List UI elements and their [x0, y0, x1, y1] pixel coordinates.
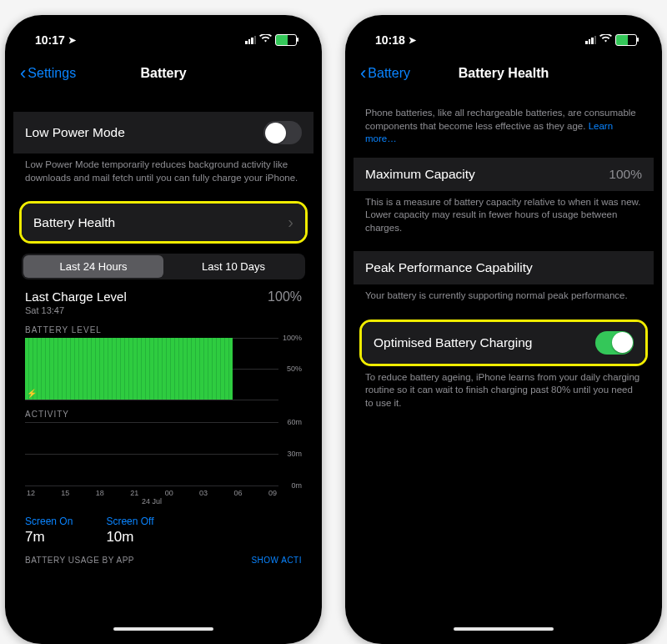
bolt-icon: ⚡ — [27, 389, 37, 398]
optimised-charging-row: Optimised Battery Charging — [362, 322, 645, 364]
activity-header: ACTIVITY — [13, 400, 313, 422]
activity-chart: 60m 30m 0m — [25, 422, 302, 506]
battery-usage-label: BATTERY USAGE BY APP — [25, 556, 134, 565]
screen-time-stats: Screen On 7m Screen Off 10m — [13, 506, 313, 547]
optimised-charging-toggle[interactable] — [595, 331, 634, 355]
low-power-mode-row: Low Power Mode — [13, 112, 313, 153]
back-label: Battery — [368, 66, 410, 81]
back-button[interactable]: ‹ Settings — [20, 64, 76, 83]
battery-usage-header: BATTERY USAGE BY APP SHOW ACTI — [13, 547, 313, 565]
home-indicator[interactable] — [113, 627, 213, 631]
segment-24h[interactable]: Last 24 Hours — [23, 255, 163, 278]
maximum-capacity-value: 100% — [609, 167, 642, 182]
phone-battery: 10:17 ➤ ‹ Settings Battery — [5, 15, 322, 644]
last-charge-pct: 100% — [268, 289, 302, 304]
intro-text: Phone batteries, like all rechargeable b… — [354, 95, 654, 151]
location-icon: ➤ — [409, 35, 416, 46]
status-time: 10:18 — [375, 33, 405, 47]
cellular-icon — [245, 36, 256, 44]
battery-icon — [275, 34, 297, 46]
maximum-capacity-row: Maximum Capacity 100% — [354, 158, 654, 191]
low-power-mode-toggle[interactable] — [263, 121, 302, 144]
segment-10d[interactable]: Last 10 Days — [163, 255, 303, 278]
battery-level-bars — [25, 338, 233, 400]
battery-health-highlight: Battery Health › — [19, 201, 308, 244]
screen-on-value: 7m — [25, 529, 73, 546]
ylabel-0m: 0m — [291, 481, 302, 490]
battery-level-header: BATTERY LEVEL — [13, 315, 313, 338]
optimised-charging-footer: To reduce battery ageing, iPhone learns … — [354, 366, 654, 410]
low-power-mode-footer: Low Power Mode temporarily reduces backg… — [13, 153, 313, 184]
ylabel-50: 50% — [287, 365, 302, 373]
show-activity-link[interactable]: SHOW ACTI — [251, 556, 302, 565]
chevron-left-icon: ‹ — [360, 64, 366, 83]
peak-performance-row: Peak Performance Capability — [354, 251, 654, 284]
location-icon: ➤ — [68, 35, 76, 46]
wifi-icon — [259, 34, 272, 46]
notch — [441, 23, 566, 43]
time-range-segmented: Last 24 Hours Last 10 Days — [22, 254, 305, 279]
nav-bar: ‹ Battery Battery Health — [354, 57, 654, 90]
ylabel-60m: 60m — [287, 418, 302, 426]
home-indicator[interactable] — [454, 627, 554, 631]
status-time: 10:17 — [35, 33, 65, 47]
activity-bars — [25, 422, 278, 486]
battery-level-chart: 100% 50% ⚡ — [25, 338, 302, 400]
last-charge-label: Last Charge Level — [25, 289, 127, 304]
last-charge-time: Sat 13:47 — [25, 305, 127, 315]
screen-off-value: 10m — [106, 529, 153, 546]
wifi-icon — [599, 34, 612, 46]
peak-performance-footer: Your battery is currently supporting nor… — [354, 284, 654, 303]
screen-on-label: Screen On — [25, 516, 73, 527]
page-title: Battery Health — [459, 66, 549, 81]
back-label: Settings — [28, 66, 76, 81]
ylabel-100: 100% — [283, 334, 302, 342]
battery-health-row[interactable]: Battery Health › — [22, 204, 305, 241]
notch — [101, 23, 226, 43]
page-title: Battery — [140, 66, 186, 81]
chevron-left-icon: ‹ — [20, 64, 26, 83]
phone-battery-health: 10:18 ➤ ‹ Battery Battery Health — [345, 15, 662, 644]
back-button[interactable]: ‹ Battery — [360, 64, 410, 83]
xaxis-date: 24 Jul — [25, 497, 278, 506]
peak-performance-label: Peak Performance Capability — [365, 260, 533, 275]
optimised-charging-label: Optimised Battery Charging — [374, 335, 532, 350]
last-charge-row: Last Charge Level Sat 13:47 100% — [13, 283, 313, 315]
maximum-capacity-footer: This is a measure of battery capacity re… — [354, 191, 654, 235]
chevron-right-icon: › — [288, 213, 293, 232]
battery-health-label: Battery Health — [33, 215, 115, 230]
battery-icon — [615, 34, 637, 46]
nav-bar: ‹ Settings Battery — [13, 57, 313, 90]
screen-off-label: Screen Off — [106, 516, 153, 527]
optimised-charging-highlight: Optimised Battery Charging — [359, 319, 648, 366]
maximum-capacity-label: Maximum Capacity — [365, 167, 475, 182]
low-power-mode-label: Low Power Mode — [25, 125, 125, 140]
xaxis-hours: 12 15 18 21 00 03 06 09 — [25, 486, 278, 497]
cellular-icon — [585, 36, 596, 44]
ylabel-30m: 30m — [287, 450, 302, 458]
